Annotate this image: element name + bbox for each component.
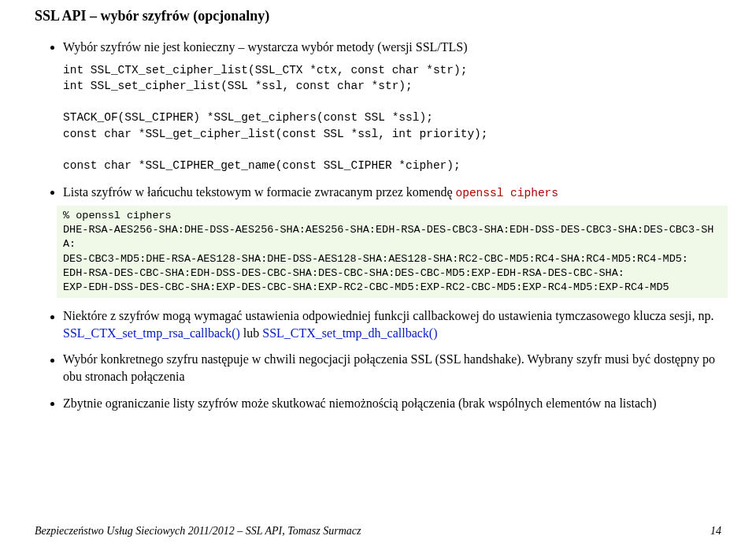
command-openssl-ciphers: openssl ciphers xyxy=(455,187,558,199)
bullet-text-5: Zbytnie ograniczanie listy szyfrów może … xyxy=(63,396,657,410)
bullet-item-5: Zbytnie ograniczanie listy szyfrów może … xyxy=(50,395,721,412)
footer-left: Bezpieczeństwo Usług Sieciowych 2011/201… xyxy=(35,525,361,538)
bullet-text-1: Wybór szyfrów nie jest konieczny – wysta… xyxy=(63,40,468,54)
page-number: 14 xyxy=(710,525,721,538)
page-title: SSL API – wybór szyfrów (opcjonalny) xyxy=(35,8,721,24)
bullet-item-3: Niektóre z szyfrów mogą wymagać ustawien… xyxy=(50,307,721,341)
shaded-output: % openssl ciphers DHE-RSA-AES256-SHA:DHE… xyxy=(57,206,728,298)
bullet-text-3-mid: lub xyxy=(240,326,262,340)
link-rsa-callback: SSL_CTX_set_tmp_rsa_callback() xyxy=(63,326,240,340)
footer: Bezpieczeństwo Usług Sieciowych 2011/201… xyxy=(35,525,721,538)
bullet-item-2: Lista szyfrów w łańcuchu tekstowym w for… xyxy=(50,184,721,299)
page: SSL API – wybór szyfrów (opcjonalny) Wyb… xyxy=(0,0,756,547)
code-block-1: int SSL_CTX_set_cipher_list(SSL_CTX *ctx… xyxy=(63,62,721,174)
bullet-text-4: Wybór konkretnego szyfru następuje w chw… xyxy=(63,352,715,383)
bullet-item-4: Wybór konkretnego szyfru następuje w chw… xyxy=(50,351,721,385)
bullet-list: Wybór szyfrów nie jest konieczny – wysta… xyxy=(35,39,721,411)
bullet-text-3-prefix: Niektóre z szyfrów mogą wymagać ustawien… xyxy=(63,309,713,322)
bullet-text-2-prefix: Lista szyfrów w łańcuchu tekstowym w for… xyxy=(63,185,455,199)
bullet-item-1: Wybór szyfrów nie jest konieczny – wysta… xyxy=(50,39,721,174)
link-dh-callback: SSL_CTX_set_tmp_dh_callback() xyxy=(262,326,437,340)
